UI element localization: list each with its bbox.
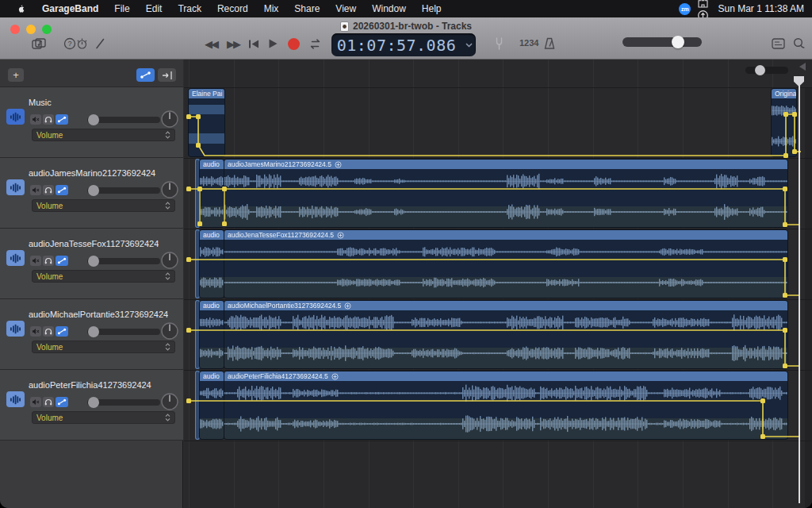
track-header-5[interactable]: audioPeterFilichia41273692424Volume (0, 370, 183, 441)
solo-button[interactable] (43, 326, 54, 337)
region-header[interactable]: audioJenaTesseFox11273692424.5 (224, 230, 787, 240)
region[interactable]: audioJenaTesseFox11273692424.5 (224, 230, 787, 298)
track-volume-slider[interactable] (87, 258, 160, 264)
region[interactable]: audioPeterFilichia41273692424.5 (224, 371, 787, 439)
region[interactable]: Elaine Pai (189, 89, 224, 156)
go-to-beginning-button[interactable] (243, 35, 264, 52)
track-speaker-icon[interactable] (6, 109, 25, 125)
automation-parameter-select[interactable]: Volume (32, 199, 175, 212)
solo-button[interactable] (43, 397, 54, 407)
region-header[interactable]: audio (200, 301, 224, 310)
automation-toggle-button[interactable] (56, 326, 68, 337)
track-header-2[interactable]: audioJamesMarino21273692424Volume (0, 158, 183, 229)
zoom-slider[interactable] (745, 67, 788, 74)
region[interactable]: audio (200, 301, 224, 368)
region-header[interactable]: audio (200, 230, 224, 240)
mute-button[interactable] (30, 397, 41, 407)
mute-button[interactable] (30, 256, 41, 266)
track-header-1[interactable]: MusicVolume (0, 87, 183, 158)
zoom-app-icon[interactable]: zm (678, 2, 691, 15)
add-track-button[interactable]: + (8, 68, 24, 82)
metronome-icon[interactable] (539, 35, 560, 52)
pencil-icon[interactable] (90, 35, 110, 52)
menu-help[interactable]: Help (414, 3, 450, 14)
count-in-button[interactable]: 1234 (519, 38, 538, 48)
lcd-display[interactable]: 01:07:57.086 (331, 33, 476, 56)
tuning-fork-icon[interactable] (488, 35, 509, 52)
pan-knob[interactable] (161, 181, 178, 198)
automation-parameter-select[interactable]: Volume (32, 270, 175, 283)
menu-clock[interactable]: Sun Mar 1 11:38 AM (714, 3, 804, 14)
track-name[interactable]: audioPeterFilichia41273692424 (29, 380, 151, 390)
region[interactable]: audio (200, 160, 224, 227)
track-volume-slider[interactable] (87, 399, 160, 406)
fast-forward-button[interactable]: ▶▶ (223, 35, 243, 52)
playhead-line[interactable] (799, 78, 800, 503)
lcd-chevron-down-icon[interactable] (462, 43, 476, 48)
automation-toggle-button[interactable] (56, 185, 68, 195)
region-header[interactable]: audioMichaelPortantie31273692424.5 (224, 301, 787, 310)
automation-parameter-select[interactable]: Volume (32, 341, 175, 353)
solo-button[interactable] (43, 256, 54, 266)
track-name[interactable]: audioJenaTesseFox11273692424 (29, 239, 159, 248)
menu-mix[interactable]: Mix (256, 3, 287, 14)
solo-button[interactable] (43, 114, 54, 125)
zoom-slider-knob[interactable] (755, 65, 765, 75)
automation-toggle-button[interactable] (56, 114, 68, 125)
ruler-collapse-arrow-icon[interactable] (799, 63, 806, 71)
automation-toggle-button[interactable] (56, 397, 68, 407)
track-volume-slider[interactable] (87, 329, 160, 335)
track-speaker-icon[interactable] (6, 321, 25, 337)
smart-controls-icon[interactable] (768, 35, 788, 52)
region-sliver[interactable] (196, 371, 199, 439)
castle-icon[interactable] (696, 0, 710, 9)
solo-button[interactable] (43, 185, 54, 195)
menu-garageband[interactable]: GarageBand (34, 3, 106, 14)
rewind-button[interactable]: ◀◀ (201, 35, 221, 52)
automation-parameter-select[interactable]: Volume (32, 411, 175, 424)
pan-knob[interactable] (161, 322, 178, 340)
region-header[interactable]: audio (200, 371, 224, 381)
menu-view[interactable]: View (327, 3, 364, 14)
automation-parameter-select[interactable]: Volume (32, 129, 175, 141)
region-sliver[interactable] (196, 301, 199, 368)
record-button[interactable] (283, 35, 304, 52)
automation-toggle-button[interactable] (56, 256, 68, 266)
track-speaker-icon[interactable] (6, 179, 25, 195)
track-volume-knob[interactable] (88, 397, 99, 408)
menu-file[interactable]: File (106, 3, 137, 14)
region-header[interactable]: audio (200, 160, 224, 169)
region-sliver[interactable] (196, 230, 199, 298)
pan-knob[interactable] (161, 393, 178, 410)
region[interactable]: Original (772, 89, 796, 156)
mute-button[interactable] (30, 185, 41, 195)
region[interactable]: audio (200, 230, 224, 298)
region[interactable]: audioMichaelPortantie31273692424.5 (224, 301, 787, 368)
track-speaker-icon[interactable] (6, 250, 25, 266)
vertical-scrollbar[interactable] (805, 87, 812, 508)
track-header-4[interactable]: audioMichaelPortantie31273692424Volume (0, 299, 183, 370)
region-header[interactable]: audioPeterFilichia41273692424.5 (224, 371, 787, 381)
track-volume-knob[interactable] (88, 185, 99, 196)
track-name[interactable]: Music (29, 98, 52, 107)
mute-button[interactable] (30, 114, 41, 125)
show-automation-button[interactable] (136, 68, 155, 82)
apple-menu[interactable] (8, 3, 34, 15)
loop-browser-icon[interactable] (788, 35, 809, 52)
menu-edit[interactable]: Edit (138, 3, 170, 14)
region-header[interactable]: audioJamesMarino21273692424.5 (224, 160, 787, 169)
menu-track[interactable]: Track (170, 3, 209, 14)
region-header[interactable]: Elaine Pai (189, 89, 224, 98)
pan-knob[interactable] (161, 110, 178, 128)
play-button[interactable] (262, 35, 283, 52)
track-volume-slider[interactable] (87, 187, 160, 194)
track-header-3[interactable]: audioJenaTesseFox11273692424Volume (0, 229, 183, 299)
region[interactable]: audio (200, 371, 224, 439)
region-header[interactable]: Original (772, 89, 796, 98)
track-volume-slider[interactable] (87, 117, 160, 123)
region[interactable]: audioJamesMarino21273692424.5 (224, 160, 787, 227)
catch-playhead-button[interactable] (158, 68, 176, 82)
track-name[interactable]: audioJamesMarino21273692424 (29, 168, 155, 178)
library-icon[interactable] (29, 35, 49, 52)
region-sliver[interactable] (196, 160, 199, 227)
